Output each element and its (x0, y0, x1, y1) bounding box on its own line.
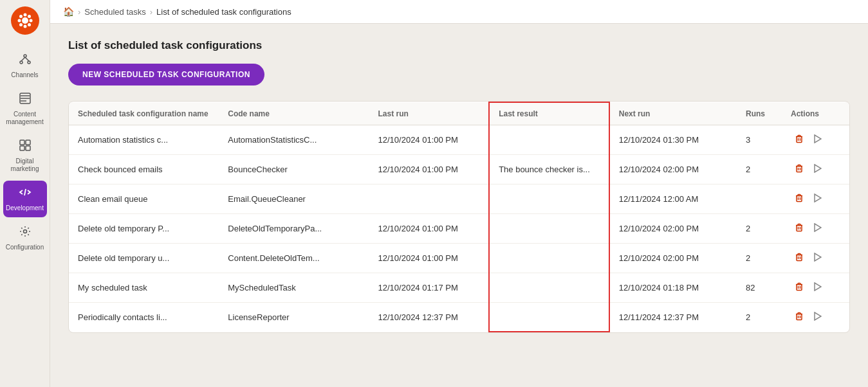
col-header-lastresult: Last result (489, 102, 609, 125)
cell-code: DeleteOldTemporaryPa... (219, 214, 369, 244)
cell-code: AutomationStatisticsC... (219, 125, 369, 155)
svg-line-13 (25, 57, 29, 61)
svg-point-4 (29, 19, 32, 22)
cell-actions (782, 184, 849, 214)
actions-group (791, 163, 840, 176)
cell-lastrun: 12/10/2024 01:00 PM (369, 155, 490, 184)
svg-point-10 (20, 61, 23, 64)
col-header-name: Scheduled task configuration name (69, 102, 219, 125)
actions-group (791, 133, 840, 147)
delete-button[interactable] (791, 310, 808, 324)
cell-lastrun: 12/10/2024 01:00 PM (369, 125, 490, 155)
svg-rect-28 (797, 166, 802, 172)
content-management-icon (19, 92, 32, 108)
logo-button[interactable] (11, 6, 39, 35)
run-button[interactable] (810, 251, 826, 265)
cell-actions (782, 244, 849, 273)
run-button[interactable] (810, 310, 826, 324)
cell-runs: 2 (737, 303, 782, 332)
cell-actions (782, 214, 849, 244)
svg-point-5 (19, 15, 23, 18)
breadcrumb-current: List of scheduled task configurations (156, 7, 291, 17)
cell-name: Periodically contacts li... (69, 303, 219, 332)
cell-lastrun (369, 184, 490, 214)
svg-line-12 (21, 57, 25, 61)
configuration-label: Configuration (6, 244, 44, 251)
content-management-label: Content management (6, 111, 44, 126)
run-button[interactable] (810, 192, 826, 206)
breadcrumb-scheduled-tasks[interactable]: Scheduled tasks (84, 7, 145, 17)
svg-rect-20 (20, 146, 24, 150)
cell-nextrun: 12/11/2024 12:00 AM (609, 184, 737, 214)
cell-code: Content.DeleteOldTem... (219, 244, 369, 273)
col-header-code: Code name (219, 102, 369, 125)
cell-lastresult (489, 244, 609, 273)
run-button[interactable] (810, 222, 826, 235)
cell-runs: 2 (737, 244, 782, 273)
svg-rect-32 (797, 196, 802, 202)
cell-lastresult: The bounce checker is... (489, 155, 609, 184)
cell-runs: 82 (737, 273, 782, 303)
cell-actions (782, 273, 849, 303)
new-scheduled-task-button[interactable]: NEW SCHEDULED TASK CONFIGURATION (68, 64, 264, 86)
cell-code: BounceChecker (219, 155, 369, 184)
sidebar-item-content-management[interactable]: Content management (3, 87, 47, 131)
page-content: List of scheduled task configurations NE… (50, 24, 868, 387)
col-header-lastrun: Last run (369, 102, 490, 125)
cell-lastresult (489, 303, 609, 332)
cell-actions (782, 155, 849, 184)
table-row: Clean email queue Email.QueueCleaner 12/… (69, 184, 849, 214)
tasks-table-wrapper: Scheduled task configuration name Code n… (68, 101, 850, 333)
cell-name: Clean email queue (69, 184, 219, 214)
actions-group (791, 251, 840, 265)
delete-button[interactable] (791, 281, 808, 294)
actions-group (791, 281, 840, 294)
run-button[interactable] (810, 133, 826, 147)
cell-actions (782, 125, 849, 155)
svg-point-23 (23, 230, 26, 233)
svg-rect-44 (797, 285, 802, 291)
table-row: Delete old temporary P... DeleteOldTempo… (69, 214, 849, 244)
svg-point-3 (17, 19, 21, 22)
sidebar: Channels Content management Digital mark… (0, 0, 50, 387)
table-row: My scheduled task MyScheduledTask 12/10/… (69, 273, 849, 303)
sidebar-item-channels[interactable]: Channels (3, 48, 47, 84)
delete-button[interactable] (791, 192, 808, 206)
svg-point-11 (28, 61, 30, 64)
cell-nextrun: 12/10/2024 02:00 PM (609, 214, 737, 244)
table-row: Automation statistics c... AutomationSta… (69, 125, 849, 155)
col-header-actions: Actions (782, 102, 849, 125)
tasks-table: Scheduled task configuration name Code n… (69, 102, 849, 332)
run-button[interactable] (810, 163, 826, 176)
svg-marker-39 (815, 224, 821, 231)
delete-button[interactable] (791, 163, 808, 176)
col-header-nextrun: Next run (609, 102, 737, 125)
svg-rect-21 (26, 146, 30, 150)
table-row: Periodically contacts li... LicenseRepor… (69, 303, 849, 332)
cell-lastrun: 12/10/2024 12:37 PM (369, 303, 490, 332)
delete-button[interactable] (791, 222, 808, 235)
svg-marker-35 (815, 194, 821, 202)
home-icon[interactable]: 🏠 (63, 6, 74, 17)
svg-rect-24 (797, 137, 802, 143)
sidebar-item-digital-marketing[interactable]: Digital marketing (3, 134, 47, 178)
run-button[interactable] (810, 281, 826, 294)
sidebar-item-development[interactable]: Development (3, 181, 47, 217)
cell-actions (782, 303, 849, 332)
actions-group (791, 222, 840, 235)
svg-rect-40 (797, 255, 802, 261)
cell-name: Delete old temporary P... (69, 214, 219, 244)
delete-button[interactable] (791, 133, 808, 147)
sidebar-item-configuration[interactable]: Configuration (3, 220, 47, 256)
svg-point-6 (28, 23, 31, 26)
svg-point-2 (23, 25, 26, 28)
svg-rect-19 (26, 140, 30, 145)
col-header-runs: Runs (737, 102, 782, 125)
cell-runs: 2 (737, 155, 782, 184)
development-label: Development (6, 204, 44, 212)
channels-label: Channels (11, 71, 38, 79)
page-title: List of scheduled task configurations (68, 39, 850, 52)
cell-lastresult (489, 125, 609, 155)
delete-button[interactable] (791, 251, 808, 265)
cell-lastresult (489, 214, 609, 244)
